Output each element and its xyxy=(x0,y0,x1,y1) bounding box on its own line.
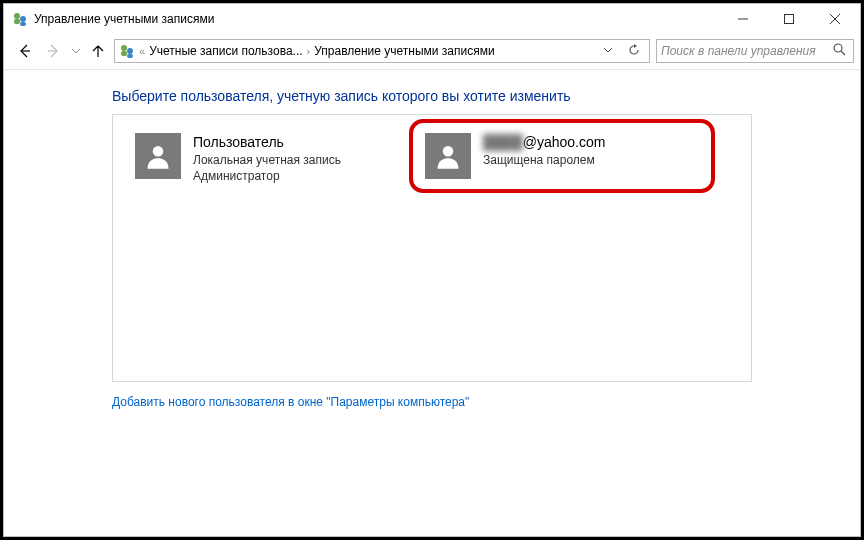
svg-rect-13 xyxy=(127,54,133,58)
account-item-microsoft[interactable]: ████@yahoo.com Защищена паролем xyxy=(425,133,705,179)
svg-rect-12 xyxy=(121,51,127,56)
account-name: Пользователь xyxy=(193,133,341,152)
window-title: Управление учетными записями xyxy=(34,12,214,26)
svg-rect-2 xyxy=(14,19,20,24)
accounts-panel: Пользователь Локальная учетная запись Ад… xyxy=(112,114,752,382)
back-button[interactable] xyxy=(10,37,38,65)
account-name: ████@yahoo.com xyxy=(483,133,605,152)
avatar xyxy=(425,133,471,179)
account-type: Локальная учетная запись xyxy=(193,152,341,168)
svg-point-17 xyxy=(443,146,454,157)
chevron-right-icon: › xyxy=(307,45,311,57)
forward-button[interactable] xyxy=(40,37,68,65)
content-area: Выберите пользователя, учетную запись ко… xyxy=(4,70,860,536)
close-button[interactable] xyxy=(812,4,858,34)
breadcrumb-seg-1[interactable]: Учетные записи пользова... xyxy=(149,44,302,58)
account-item-local[interactable]: Пользователь Локальная учетная запись Ад… xyxy=(135,133,415,363)
refresh-button[interactable] xyxy=(623,44,645,59)
nav-row: « Учетные записи пользова... › Управлени… xyxy=(4,34,860,68)
user-accounts-icon xyxy=(119,43,135,59)
svg-point-16 xyxy=(153,146,164,157)
instruction-heading: Выберите пользователя, учетную запись ко… xyxy=(112,88,752,104)
search-placeholder: Поиск в панели управления xyxy=(661,44,833,58)
account-email-suffix: @yahoo.com xyxy=(523,134,606,150)
svg-rect-3 xyxy=(20,22,26,26)
search-icon xyxy=(833,43,849,59)
add-user-link[interactable]: Добавить нового пользователя в окне "Пар… xyxy=(112,395,469,409)
address-dropdown[interactable] xyxy=(597,44,619,58)
history-dropdown[interactable] xyxy=(70,47,82,55)
maximize-button[interactable] xyxy=(766,4,812,34)
redacted-text: ████ xyxy=(483,134,523,150)
minimize-button[interactable] xyxy=(720,4,766,34)
up-button[interactable] xyxy=(84,37,112,65)
svg-line-15 xyxy=(841,51,845,55)
chevron-left-truncate: « xyxy=(139,45,145,57)
avatar xyxy=(135,133,181,179)
svg-point-14 xyxy=(834,44,842,52)
svg-point-10 xyxy=(121,45,127,51)
account-status: Защищена паролем xyxy=(483,152,605,168)
search-input[interactable]: Поиск в панели управления xyxy=(656,39,854,63)
svg-rect-5 xyxy=(785,15,794,24)
breadcrumb-seg-2[interactable]: Управление учетными записями xyxy=(314,44,494,58)
svg-point-11 xyxy=(127,48,133,54)
titlebar: Управление учетными записями xyxy=(4,4,860,34)
user-accounts-icon xyxy=(12,11,28,27)
svg-point-0 xyxy=(14,13,20,19)
svg-point-1 xyxy=(20,16,26,22)
account-role: Администратор xyxy=(193,168,341,184)
address-bar[interactable]: « Учетные записи пользова... › Управлени… xyxy=(114,39,650,63)
